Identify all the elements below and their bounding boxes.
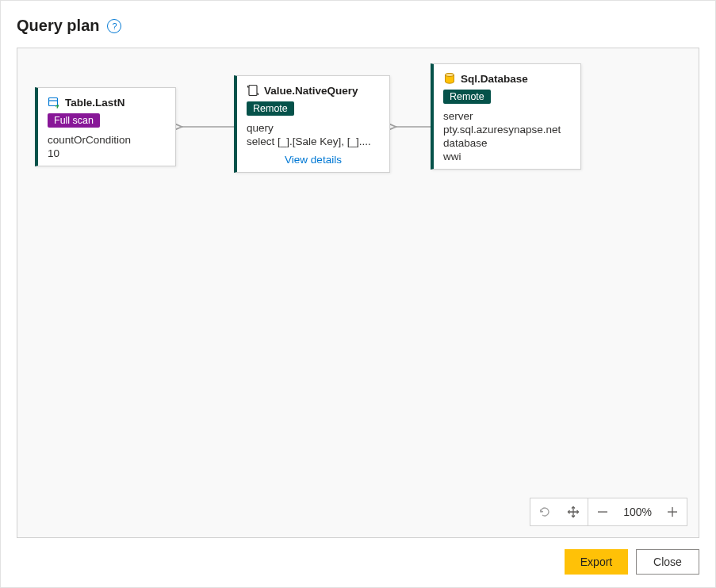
plan-node-table-lastn[interactable]: Table.LastN Full scan countOrCondition 1… (35, 87, 176, 166)
node-title: Table.LastN (65, 97, 125, 109)
table-icon (48, 96, 60, 109)
zoom-level: 100% (617, 506, 658, 518)
dialog-title: Query plan (17, 17, 99, 35)
node-title-row: Value.NativeQuery (247, 84, 380, 97)
zoom-toolbar: 100% (530, 498, 687, 526)
node-field-value: wwi (443, 151, 571, 162)
node-field-value: 10 (48, 147, 166, 159)
node-field-value: pty.sql.azuresynapse.net (443, 124, 571, 136)
close-button[interactable]: Close (636, 549, 699, 575)
node-field-label: server (443, 110, 571, 122)
plan-node-sql-database[interactable]: Sql.Database Remote server pty.sql.azure… (431, 63, 581, 170)
svg-rect-2 (49, 98, 58, 106)
fit-to-screen-button[interactable] (559, 498, 588, 525)
help-icon[interactable]: ? (107, 19, 121, 33)
remote-badge: Remote (443, 90, 491, 104)
node-field-value: select [_].[Sale Key], [_].... (247, 136, 380, 147)
svg-point-6 (446, 74, 454, 77)
full-scan-badge: Full scan (48, 113, 100, 128)
node-field-label: query (247, 122, 380, 134)
dialog-header: Query plan ? (17, 17, 699, 35)
zoom-in-button[interactable] (658, 498, 687, 525)
svg-rect-4 (249, 86, 257, 96)
zoom-out-button[interactable] (588, 498, 617, 525)
node-field-label: database (443, 137, 571, 149)
plan-canvas[interactable]: Table.LastN Full scan countOrCondition 1… (17, 48, 699, 538)
node-title: Value.NativeQuery (264, 85, 358, 97)
remote-badge: Remote (247, 101, 294, 116)
node-title-row: Table.LastN (48, 96, 166, 109)
export-button[interactable]: Export (565, 549, 628, 575)
dialog-footer: Export Close (17, 549, 699, 575)
node-field-label: countOrCondition (48, 134, 166, 146)
node-title-row: Sql.Database (443, 72, 571, 85)
view-details-link[interactable]: View details (247, 154, 380, 166)
plan-node-native-query[interactable]: Value.NativeQuery Remote query select [_… (234, 75, 390, 173)
node-title: Sql.Database (461, 73, 528, 85)
database-icon (443, 72, 456, 85)
script-icon (247, 84, 259, 97)
query-plan-dialog: Query plan ? Table.LastN Full s (0, 0, 716, 588)
reset-view-button[interactable] (530, 498, 559, 525)
